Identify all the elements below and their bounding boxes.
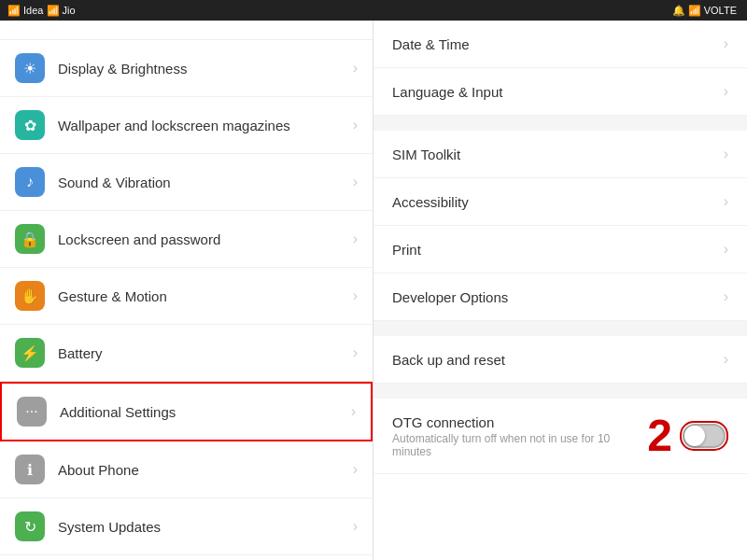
gesture-label: Gesture & Motion — [58, 288, 353, 304]
settings-item-updates[interactable]: ↻System Updates› — [0, 498, 373, 555]
settings-item-lockscreen[interactable]: 🔒Lockscreen and password› — [0, 211, 373, 268]
language-chevron: › — [724, 83, 728, 100]
display-label: Display & Brightness — [58, 61, 353, 77]
sound-icon: ♪ — [15, 167, 45, 197]
right-item-accessibility[interactable]: Accessibility› — [374, 178, 747, 226]
right-item-language[interactable]: Language & Input› — [374, 68, 747, 116]
print-content: Print — [392, 242, 724, 258]
otg-title: OTG connection — [392, 414, 647, 430]
annotation-2-wrapper: 2 — [647, 413, 728, 458]
right-list: Date & Time›Language & Input›SIM Toolkit… — [374, 21, 747, 560]
left-panel-title — [0, 21, 373, 40]
toggle-border — [680, 421, 728, 451]
print-chevron: › — [724, 241, 728, 258]
datetime-content: Date & Time — [392, 36, 724, 52]
sound-chevron: › — [353, 174, 358, 190]
developer-chevron: › — [724, 288, 728, 305]
developer-title: Developer Options — [392, 289, 724, 305]
language-title: Language & Input — [392, 84, 724, 100]
sound-label: Sound & Vibration — [58, 175, 353, 190]
battery-label: Battery — [58, 345, 353, 361]
settings-item-gesture[interactable]: ✋Gesture & Motion› — [0, 268, 373, 325]
right-item-print[interactable]: Print› — [374, 226, 747, 273]
right-item-sim[interactable]: SIM Toolkit› — [374, 131, 747, 178]
gesture-chevron: › — [353, 287, 358, 304]
right-item-otg[interactable]: OTG connectionAutomatically turn off whe… — [374, 399, 747, 474]
lockscreen-chevron: › — [353, 231, 358, 247]
print-title: Print — [392, 242, 724, 258]
updates-label: System Updates — [58, 519, 353, 535]
language-content: Language & Input — [392, 84, 724, 100]
wallpaper-label: Wallpaper and lockscreen magazines — [58, 118, 353, 133]
status-left: 📶 Idea 📶 Jio — [7, 5, 76, 17]
settings-item-additional[interactable]: ···Additional Settings›1 — [0, 382, 373, 441]
spacer-spacer1 — [374, 116, 747, 131]
about-icon: ℹ — [15, 455, 45, 484]
notification-icons: 🔔 📶 VOLTE — [672, 5, 737, 17]
settings-list: ☀Display & Brightness›✿Wallpaper and loc… — [0, 40, 373, 560]
backup-title: Back up and reset — [392, 352, 724, 368]
main-content: ☀Display & Brightness›✿Wallpaper and loc… — [0, 21, 747, 560]
otg-subtitle: Automatically turn off when not in use f… — [392, 432, 647, 458]
wallpaper-icon: ✿ — [15, 110, 45, 140]
additional-chevron: › — [351, 403, 356, 420]
status-right: 🔔 📶 VOLTE — [672, 5, 740, 17]
lockscreen-icon: 🔒 — [15, 224, 45, 254]
settings-item-battery[interactable]: ⚡Battery› — [0, 325, 373, 382]
about-chevron: › — [353, 461, 358, 478]
sim-chevron: › — [724, 146, 728, 162]
signal-icons: 📶 Idea 📶 Jio — [7, 5, 76, 17]
settings-item-about[interactable]: ℹAbout Phone› — [0, 441, 373, 498]
datetime-chevron: › — [724, 35, 728, 52]
lockscreen-label: Lockscreen and password — [58, 231, 353, 247]
accessibility-chevron: › — [724, 193, 728, 210]
display-chevron: › — [353, 60, 358, 77]
backup-chevron: › — [724, 351, 728, 368]
spacer-spacer2 — [374, 321, 747, 336]
battery-icon: ⚡ — [15, 338, 45, 368]
developer-content: Developer Options — [392, 289, 724, 305]
annotation-2: 2 — [647, 413, 672, 458]
settings-item-display[interactable]: ☀Display & Brightness› — [0, 40, 373, 97]
battery-chevron: › — [353, 344, 358, 361]
otg-toggle[interactable] — [683, 424, 726, 448]
spacer-spacer3 — [374, 384, 747, 399]
right-item-datetime[interactable]: Date & Time› — [374, 21, 747, 68]
updates-icon: ↻ — [15, 511, 45, 541]
updates-chevron: › — [353, 518, 358, 535]
display-icon: ☀ — [15, 53, 45, 83]
right-panel: Date & Time›Language & Input›SIM Toolkit… — [374, 21, 747, 560]
wallpaper-chevron: › — [353, 117, 358, 133]
settings-item-wallpaper[interactable]: ✿Wallpaper and lockscreen magazines› — [0, 97, 373, 154]
accessibility-title: Accessibility — [392, 194, 724, 210]
left-panel: ☀Display & Brightness›✿Wallpaper and loc… — [0, 21, 374, 560]
status-bar: 📶 Idea 📶 Jio 🔔 📶 VOLTE — [0, 0, 747, 21]
right-item-backup[interactable]: Back up and reset› — [374, 336, 747, 384]
datetime-title: Date & Time — [392, 36, 724, 52]
accessibility-content: Accessibility — [392, 194, 724, 210]
backup-content: Back up and reset — [392, 352, 724, 368]
toggle-knob — [684, 426, 705, 446]
settings-item-sound[interactable]: ♪Sound & Vibration› — [0, 154, 373, 211]
right-item-developer[interactable]: Developer Options› — [374, 273, 747, 321]
about-label: About Phone — [58, 462, 353, 478]
additional-label: Additional Settings — [60, 404, 351, 420]
sim-title: SIM Toolkit — [392, 147, 724, 162]
gesture-icon: ✋ — [15, 281, 45, 311]
additional-icon: ··· — [17, 397, 47, 427]
sim-content: SIM Toolkit — [392, 147, 724, 162]
otg-content: OTG connectionAutomatically turn off whe… — [392, 414, 647, 458]
